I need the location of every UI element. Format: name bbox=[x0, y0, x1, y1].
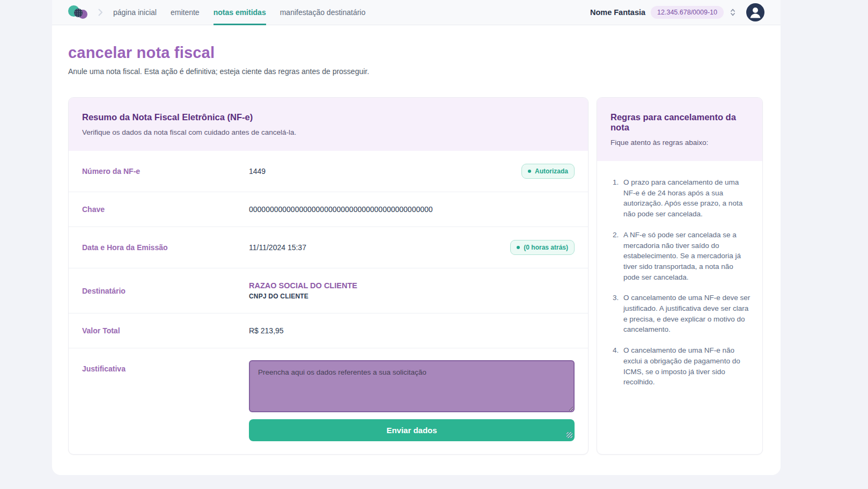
top-navbar: página inicial emitente notas emitidas m… bbox=[52, 0, 781, 25]
chevron-up-down-icon bbox=[729, 8, 737, 17]
logo-navy-dotted-circle bbox=[74, 9, 83, 17]
row-data-emissao: Data e Hora da Emissão 11/11/2024 15:37 … bbox=[69, 227, 588, 268]
valor-label: Valor Total bbox=[82, 326, 249, 335]
valor-value: R$ 213,95 bbox=[249, 326, 284, 335]
nav-item-pagina-inicial[interactable]: página inicial bbox=[113, 0, 157, 25]
status-dot-icon bbox=[528, 170, 531, 173]
row-valor-total: Valor Total R$ 213,95 bbox=[69, 313, 588, 348]
justificativa-label: Justificativa bbox=[82, 360, 249, 373]
summary-card-title: Resumo da Nota Fiscal Eletrônica (NF-e) bbox=[82, 112, 575, 122]
rule-item-2: A NF-e só pode ser cancelada se a mercad… bbox=[621, 230, 751, 283]
numero-label: Número da NF-e bbox=[82, 167, 249, 176]
justificativa-textarea[interactable] bbox=[249, 360, 575, 412]
rules-card-subtitle: Fique atento às regras abaixo: bbox=[610, 138, 749, 147]
company-name: Nome Fantasia bbox=[590, 8, 645, 17]
page-title: cancelar nota fiscal bbox=[68, 44, 764, 62]
rule-item-4: O cancelamento de uma NF-e não exclui a … bbox=[621, 345, 751, 388]
destinatario-label: Destinatário bbox=[82, 287, 249, 295]
page-subtitle: Anule uma nota fiscal. Esta ação é defin… bbox=[68, 67, 764, 76]
company-switcher[interactable]: Nome Fantasia 12.345.678/0009-10 bbox=[590, 6, 737, 19]
nav-item-manifestacao-destinatario[interactable]: manifestação destinatário bbox=[280, 0, 366, 25]
emissao-value: 11/11/2024 15:37 bbox=[249, 243, 306, 252]
company-cnpj-badge: 12.345.678/0009-10 bbox=[651, 6, 724, 19]
destinatario-value: RAZAO SOCIAL DO CLIENTE CNPJ DO CLIENTE bbox=[249, 281, 357, 300]
numero-value: 1449 bbox=[249, 167, 266, 176]
rules-card-header: Regras para cancelamento da nota Fique a… bbox=[597, 98, 762, 161]
user-avatar[interactable] bbox=[746, 3, 764, 21]
row-numero-nfe: Número da NF-e 1449 Autorizada bbox=[69, 151, 588, 192]
app-container: página inicial emitente notas emitidas m… bbox=[52, 0, 781, 475]
row-chave: Chave 0000000000000000000000000000000000… bbox=[69, 192, 588, 227]
rules-card: Regras para cancelamento da nota Fique a… bbox=[597, 97, 763, 455]
chave-label: Chave bbox=[82, 205, 249, 214]
nav-item-notas-emitidas[interactable]: notas emitidas bbox=[214, 0, 266, 25]
emissao-label: Data e Hora da Emissão bbox=[82, 243, 249, 252]
status-badge-label: Autorizada bbox=[535, 167, 568, 175]
main-nav: página inicial emitente notas emitidas m… bbox=[113, 0, 365, 25]
app-logo[interactable] bbox=[68, 4, 87, 20]
status-dot-icon bbox=[517, 246, 520, 249]
chevron-right-icon bbox=[96, 8, 105, 17]
rules-card-title: Regras para cancelamento da nota bbox=[610, 112, 749, 133]
destinatario-cnpj: CNPJ DO CLIENTE bbox=[249, 293, 357, 300]
chave-value: 0000000000000000000000000000000000000000… bbox=[249, 205, 433, 214]
destinatario-razao-social: RAZAO SOCIAL DO CLIENTE bbox=[249, 281, 357, 290]
rule-item-3: O cancelamento de uma NF-e deve ser just… bbox=[621, 293, 751, 335]
time-ago-badge-label: (0 horas atrás) bbox=[524, 244, 568, 251]
enviar-dados-button[interactable]: Enviar dados bbox=[249, 419, 575, 441]
row-destinatario: Destinatário RAZAO SOCIAL DO CLIENTE CNP… bbox=[69, 268, 588, 313]
status-badge-autorizada: Autorizada bbox=[521, 164, 575, 179]
rule-item-1: O prazo para cancelamento de uma NF-e é … bbox=[621, 177, 751, 220]
main-content: cancelar nota fiscal Anule uma nota fisc… bbox=[52, 25, 781, 455]
row-justificativa: Justificativa Enviar dados bbox=[69, 348, 588, 454]
time-ago-badge: (0 horas atrás) bbox=[510, 240, 575, 255]
rules-list: O prazo para cancelamento de uma NF-e é … bbox=[597, 177, 762, 388]
summary-card-header: Resumo da Nota Fiscal Eletrônica (NF-e) … bbox=[69, 98, 588, 151]
person-icon bbox=[746, 3, 764, 21]
nav-item-emitente[interactable]: emitente bbox=[171, 0, 200, 25]
summary-card-subtitle: Verifique os dados da nota fiscal com cu… bbox=[82, 128, 575, 136]
nfe-summary-card: Resumo da Nota Fiscal Eletrônica (NF-e) … bbox=[68, 97, 589, 455]
